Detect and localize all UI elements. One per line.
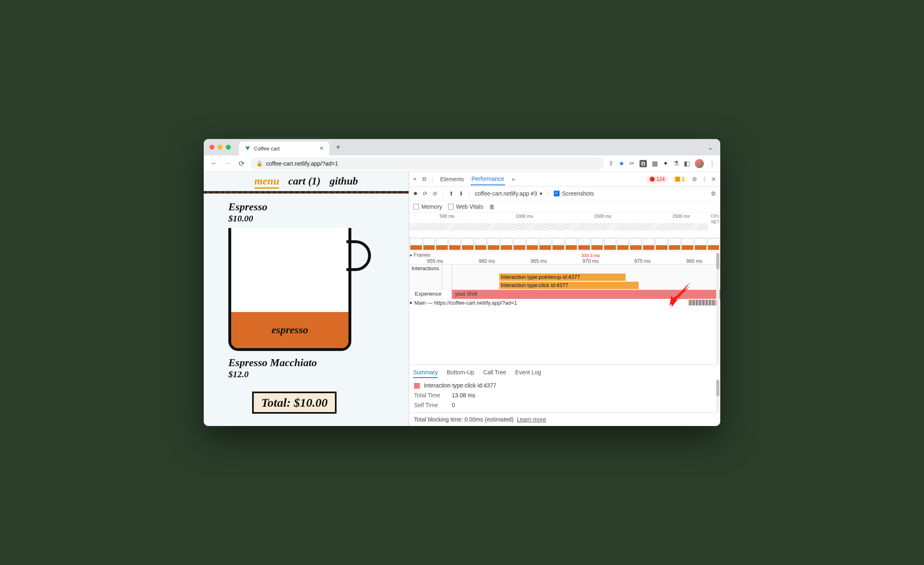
timeline-overview[interactable]: 500 ms 1000 ms 1500 ms 2000 ms CPU NET: [409, 213, 720, 237]
devtools-menu-icon[interactable]: ⋮: [701, 176, 707, 182]
event-swatch: [414, 383, 420, 389]
flame-chart[interactable]: ▸ Frames 955 ms 960 ms 965 ms 333.3 ms97…: [409, 251, 720, 365]
share-icon[interactable]: ⇪: [608, 159, 614, 167]
nav-github-link[interactable]: github: [330, 175, 358, 189]
back-button[interactable]: ←: [209, 157, 218, 169]
time-ruler: 955 ms 960 ms 965 ms 333.3 ms970 ms 975 …: [409, 257, 720, 264]
interactions-label: Interactions: [412, 265, 439, 271]
checkbox-icon: [413, 204, 419, 210]
interactions-track: Interactions Interaction type:pointerup …: [409, 264, 720, 290]
checkbox-icon: [554, 191, 560, 196]
reload-button[interactable]: ⟳: [237, 157, 246, 170]
extension-grid-icon[interactable]: ▦: [652, 159, 658, 167]
errors-badge[interactable]: 124: [646, 176, 668, 182]
close-devtools-icon[interactable]: ✕: [711, 176, 716, 182]
overview-ticks: 500 ms 1000 ms 1500 ms 2000 ms: [409, 213, 720, 219]
device-toggle-icon[interactable]: ⧉: [422, 175, 426, 182]
cup-handle: [346, 240, 371, 271]
tab-performance[interactable]: Performance: [471, 173, 505, 185]
clear-button[interactable]: ⊘: [432, 190, 437, 197]
cup-fill-label: espresso: [231, 312, 348, 348]
summary-tabs: Summary Bottom-Up Call Tree Event Log: [409, 365, 720, 378]
tab-title: Coffee cart: [254, 146, 280, 152]
cpu-graph: [409, 223, 708, 230]
cup-illustration[interactable]: espresso: [228, 228, 351, 351]
memory-checkbox[interactable]: Memory: [413, 203, 442, 210]
side-panel-icon[interactable]: ◧: [684, 159, 690, 167]
new-tab-button[interactable]: +: [336, 143, 341, 152]
save-profile-icon[interactable]: ⬇: [459, 190, 464, 197]
perf-toolbar: ● ⟳ ⊘ | ⬆ ⬇ | coffee-cart.netlify.app #3…: [409, 187, 720, 200]
main-tasks[interactable]: [688, 300, 717, 305]
nav-cart-link[interactable]: cart (1): [288, 175, 321, 189]
inspect-element-icon[interactable]: ⌖: [413, 175, 416, 182]
devtools-panel: ⌖ ⧉ | Elements Performance » 124 1 ⚙ ⋮ ✕…: [409, 172, 720, 426]
interaction-bar-pointerup[interactable]: Interaction type:pointerup id:4377: [499, 273, 626, 281]
lock-icon: 🔒: [256, 160, 263, 166]
scissors-icon[interactable]: ✂: [629, 159, 635, 167]
capture-settings-gear-icon[interactable]: ⚙: [711, 190, 716, 197]
summary-body: Interaction type:click id:4377 Total Tim…: [409, 378, 720, 412]
interaction-bar-click[interactable]: Interaction type:click id:4377: [499, 282, 639, 289]
tab-list-button[interactable]: ⌄: [706, 142, 715, 153]
minimize-window-button[interactable]: [218, 145, 223, 150]
browser-menu-button[interactable]: ⋮: [709, 159, 715, 167]
flame-scrollbar[interactable]: [716, 252, 719, 364]
perf-options: Memory Web Vitals 🗑: [409, 200, 720, 213]
webvitals-checkbox[interactable]: Web Vitals: [448, 203, 483, 210]
learn-more-link[interactable]: Learn more: [517, 416, 546, 423]
screenshot-filmstrip[interactable]: [409, 237, 720, 251]
traffic-lights: [209, 145, 231, 150]
overview-labels: CPU NET: [711, 214, 719, 225]
reload-record-button[interactable]: ⟳: [423, 190, 428, 197]
tab-call-tree[interactable]: Call Tree: [483, 367, 506, 378]
product-price: $10.00: [228, 213, 409, 224]
main-track-label: ▸ Main — https://coffee-cart.netlify.app…: [410, 300, 517, 306]
bookmark-star-icon[interactable]: ★: [619, 159, 624, 167]
tab-more[interactable]: »: [511, 173, 516, 185]
address-bar[interactable]: 🔒 coffee-cart.netlify.app/?ad=1: [250, 157, 604, 170]
summary-scrollbar[interactable]: [716, 379, 719, 412]
selected-event: Interaction type:click id:4377: [414, 382, 715, 389]
profile-avatar[interactable]: [695, 159, 704, 168]
nav-menu-link[interactable]: menu: [255, 175, 280, 189]
url-text: coffee-cart.netlify.app/?ad=1: [266, 160, 338, 167]
address-toolbar: ← → ⟳ 🔒 coffee-cart.netlify.app/?ad=1 ⇪ …: [204, 155, 720, 172]
product-espresso: Espresso $10.00 espresso: [204, 194, 409, 351]
self-time-row: Self Time 0: [414, 402, 715, 408]
screenshots-checkbox[interactable]: Screenshots: [554, 190, 594, 197]
devtools-tabbar: ⌖ ⧉ | Elements Performance » 124 1 ⚙ ⋮ ✕: [409, 172, 720, 187]
close-window-button[interactable]: [209, 145, 214, 150]
browser-window: Coffee cart × + ⌄ ← → ⟳ 🔒 coffee-cart.ne…: [204, 139, 720, 426]
extensions-puzzle-icon[interactable]: ✦: [663, 159, 668, 167]
webpage-viewport: menu cart (1) github Espresso $10.00 esp…: [204, 172, 409, 426]
record-button[interactable]: ●: [413, 189, 418, 198]
labs-flask-icon[interactable]: ⚗: [673, 159, 679, 167]
cart-total-button[interactable]: Total: $10.00: [252, 392, 337, 414]
content-split: menu cart (1) github Espresso $10.00 esp…: [204, 172, 720, 426]
window-titlebar: Coffee cart × + ⌄: [204, 139, 720, 155]
product-title: Espresso Macchiato: [228, 357, 409, 369]
settings-gear-icon[interactable]: ⚙: [692, 176, 697, 182]
extension-n-icon[interactable]: n: [640, 160, 647, 167]
gc-trash-icon[interactable]: 🗑: [489, 203, 495, 210]
tab-summary[interactable]: Summary: [413, 367, 438, 378]
chevron-down-icon: ▾: [539, 190, 542, 197]
close-tab-button[interactable]: ×: [320, 145, 323, 152]
vue-icon: [245, 146, 250, 151]
product-price: $12.0: [228, 369, 409, 380]
browser-tab[interactable]: Coffee cart ×: [239, 141, 329, 155]
tab-bottom-up[interactable]: Bottom-Up: [447, 367, 474, 378]
maximize-window-button[interactable]: [226, 145, 231, 150]
recording-select[interactable]: coffee-cart.netlify.app #3 ▾: [475, 190, 542, 197]
warnings-badge[interactable]: 1: [672, 176, 688, 182]
forward-button[interactable]: →: [223, 157, 232, 169]
product-macchiato: Espresso Macchiato $12.0: [204, 351, 409, 380]
product-title: Espresso: [228, 201, 409, 213]
experience-label: Experience: [415, 291, 442, 297]
tab-event-log[interactable]: Event Log: [515, 367, 541, 378]
total-time-row: Total Time 13.08 ms: [414, 392, 715, 399]
load-profile-icon[interactable]: ⬆: [449, 190, 454, 197]
tab-elements[interactable]: Elements: [439, 173, 465, 185]
toolbar-icons: ⇪ ★ ✂ n ▦ ✦ ⚗ ◧ ⋮: [608, 159, 715, 168]
